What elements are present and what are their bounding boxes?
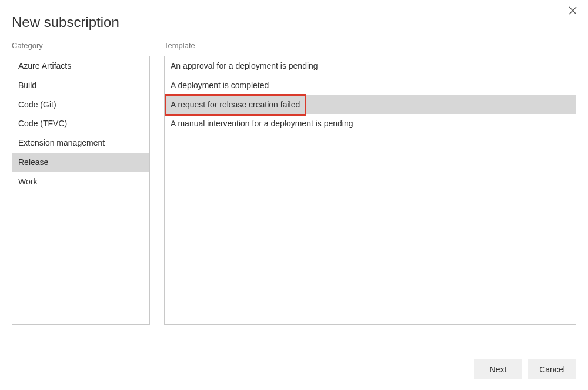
template-listbox[interactable]: An approval for a deployment is pendingA… (164, 56, 576, 325)
dialog-footer: Next Cancel (474, 359, 576, 379)
template-item[interactable]: An approval for a deployment is pending (165, 56, 576, 76)
category-listbox[interactable]: Azure ArtifactsBuildCode (Git)Code (TFVC… (12, 56, 150, 325)
new-subscription-dialog: New subscription Category Azure Artifact… (0, 0, 588, 390)
cancel-button[interactable]: Cancel (528, 359, 576, 379)
template-column: Template An approval for a deployment is… (164, 41, 576, 325)
category-label: Category (12, 41, 150, 50)
dialog-title: New subscription (12, 14, 576, 31)
category-column: Category Azure ArtifactsBuildCode (Git)C… (12, 41, 150, 325)
category-item[interactable]: Code (Git) (12, 95, 149, 115)
category-item[interactable]: Extension management (12, 133, 149, 153)
category-item[interactable]: Build (12, 76, 149, 95)
content-columns: Category Azure ArtifactsBuildCode (Git)C… (12, 41, 576, 325)
category-item[interactable]: Azure Artifacts (12, 56, 149, 76)
next-button[interactable]: Next (474, 359, 522, 379)
close-icon[interactable] (568, 6, 580, 18)
template-item[interactable]: A request for release creation failed (165, 95, 576, 115)
template-item[interactable]: A deployment is completed (165, 76, 576, 95)
template-item[interactable]: A manual intervention for a deployment i… (165, 114, 576, 133)
category-item[interactable]: Code (TFVC) (12, 114, 149, 133)
template-label: Template (164, 41, 576, 50)
category-item[interactable]: Work (12, 172, 149, 191)
category-item[interactable]: Release (12, 153, 149, 172)
